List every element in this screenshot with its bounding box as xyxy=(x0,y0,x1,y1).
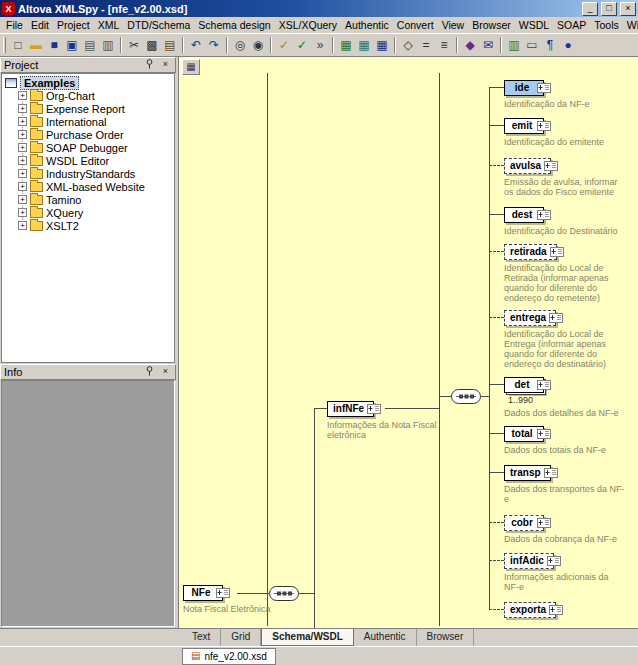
minimize-button[interactable]: _ xyxy=(582,2,598,16)
expand-icon[interactable]: + xyxy=(18,208,27,217)
close-panel-icon[interactable]: × xyxy=(159,59,172,71)
validate-icon[interactable]: ✓ xyxy=(293,36,311,54)
project-root-examples[interactable]: Examples xyxy=(2,76,174,89)
menu-file[interactable]: File xyxy=(2,18,27,32)
project-item-org-chart[interactable]: +Org-Chart xyxy=(2,89,174,102)
expand-icon[interactable]: + xyxy=(18,221,27,230)
menu-schema-design[interactable]: Schema design xyxy=(194,18,274,32)
menu-xsl-xquery[interactable]: XSL/XQuery xyxy=(275,18,341,32)
schema-element-NFe[interactable]: NFe Nota Fiscal Eletrônica xyxy=(183,585,333,614)
menu-wsdl[interactable]: WSDL xyxy=(515,18,553,32)
expand-icon[interactable] xyxy=(549,605,563,615)
pin-icon[interactable] xyxy=(143,59,156,71)
element-box[interactable]: total xyxy=(504,426,544,442)
toolbar-grip[interactable] xyxy=(3,37,6,53)
schema-element-infNFe[interactable]: infNFe Informações da Nota Fiscal eletrô… xyxy=(327,401,477,440)
menu-edit[interactable]: Edit xyxy=(27,18,53,32)
element-box[interactable]: NFe xyxy=(183,585,223,601)
print-icon[interactable]: ▤ xyxy=(81,36,99,54)
project-item-soap-debugger[interactable]: +SOAP Debugger xyxy=(2,141,174,154)
schema-element-cobr[interactable]: cobrDados da cobrança da NF-e xyxy=(504,515,638,544)
expand-icon[interactable] xyxy=(544,468,558,478)
expand-icon[interactable] xyxy=(537,210,551,220)
paste-icon[interactable]: ▤ xyxy=(161,36,179,54)
schema-element-ide[interactable]: ideIdentificação da NF-e xyxy=(504,80,638,109)
element-box[interactable]: det xyxy=(504,377,544,393)
expand-icon[interactable]: + xyxy=(18,91,27,100)
menu-soap[interactable]: SOAP xyxy=(553,18,590,32)
menu-authentic[interactable]: Authentic xyxy=(341,18,393,32)
grid-table-icon[interactable]: ▦ xyxy=(373,36,391,54)
element-box[interactable]: transp xyxy=(504,465,551,481)
xslt-transform-icon[interactable]: » xyxy=(311,36,329,54)
authentic-view-icon[interactable]: ¶ xyxy=(541,36,559,54)
new-file-icon[interactable]: □ xyxy=(9,36,27,54)
grid-insert-row-icon[interactable]: ▦ xyxy=(337,36,355,54)
find-icon[interactable]: ◎ xyxy=(231,36,249,54)
expand-icon[interactable] xyxy=(537,429,551,439)
expand-icon[interactable] xyxy=(550,247,564,257)
pin-icon[interactable] xyxy=(143,366,156,378)
project-item-expense-report[interactable]: +Expense Report xyxy=(2,102,174,115)
project-panel-header[interactable]: Project × xyxy=(0,57,176,73)
menu-xml[interactable]: XML xyxy=(94,18,124,32)
view-tab-schema-wsdl[interactable]: Schema/WSDL xyxy=(261,629,354,646)
schema-element-total[interactable]: totalDados dos totais da NF-e xyxy=(504,426,638,455)
element-box[interactable]: emit xyxy=(504,118,544,134)
expand-icon[interactable] xyxy=(549,313,563,323)
save-icon[interactable]: ■ xyxy=(45,36,63,54)
browser-view-icon[interactable]: ● xyxy=(559,36,577,54)
expand-icon[interactable] xyxy=(537,518,551,528)
schema-element-infAdic[interactable]: infAdicInformações adicionais da NF-e xyxy=(504,553,638,592)
menu-browser[interactable]: Browser xyxy=(468,18,515,32)
attribute-icon[interactable]: = xyxy=(417,36,435,54)
db-table-icon[interactable]: ▥ xyxy=(505,36,523,54)
project-item-wsdl-editor[interactable]: +WSDL Editor xyxy=(2,154,174,167)
schema-element-entrega[interactable]: entregaIdentificação do Local de Entrega… xyxy=(504,310,638,369)
project-item-xslt2[interactable]: +XSLT2 xyxy=(2,219,174,232)
project-item-international[interactable]: +International xyxy=(2,115,174,128)
schema-canvas[interactable]: ▦ NFe Nota Fiscal Eletrônica xyxy=(178,57,638,628)
element-box[interactable]: exporta xyxy=(504,602,556,618)
undo-icon[interactable]: ↶ xyxy=(187,36,205,54)
soap-icon[interactable]: ✉ xyxy=(479,36,497,54)
text-view-icon[interactable]: ≡ xyxy=(435,36,453,54)
expand-icon[interactable] xyxy=(537,380,551,390)
menu-window[interactable]: Window xyxy=(623,18,638,32)
expand-icon[interactable] xyxy=(216,588,230,598)
element-box[interactable]: retirada xyxy=(504,244,557,260)
close-panel-icon[interactable]: × xyxy=(159,366,172,378)
schema-element-exporta[interactable]: exporta xyxy=(504,602,638,618)
view-tab-grid[interactable]: Grid xyxy=(221,629,261,646)
menu-dtd-schema[interactable]: DTD/Schema xyxy=(123,18,194,32)
view-tab-authentic[interactable]: Authentic xyxy=(354,629,417,646)
schema-element-dest[interactable]: destIdentificação do Destinatário xyxy=(504,207,638,236)
expand-icon[interactable] xyxy=(537,83,551,93)
menu-tools[interactable]: Tools xyxy=(590,18,623,32)
project-item-xml-based-website[interactable]: +XML-based Website xyxy=(2,180,174,193)
expand-icon[interactable] xyxy=(367,404,381,414)
expand-icon[interactable] xyxy=(547,556,561,566)
schema-element-retirada[interactable]: retiradaIdentificação do Local de Retira… xyxy=(504,244,638,303)
cut-icon[interactable]: ✂ xyxy=(125,36,143,54)
schema-element-emit[interactable]: emitIdentificação do emitente xyxy=(504,118,638,147)
maximize-button[interactable]: □ xyxy=(601,2,617,16)
view-tab-browser[interactable]: Browser xyxy=(417,629,475,646)
expand-icon[interactable]: + xyxy=(18,195,27,204)
element-icon[interactable]: ◇ xyxy=(399,36,417,54)
project-item-purchase-order[interactable]: +Purchase Order xyxy=(2,128,174,141)
print-preview-icon[interactable]: ▥ xyxy=(99,36,117,54)
schema-element-det[interactable]: det1..990Dados dos detalhes da NF-e xyxy=(504,377,638,418)
expand-icon[interactable]: + xyxy=(18,104,27,113)
schema-view-icon[interactable]: ▭ xyxy=(523,36,541,54)
schema-settings-button[interactable]: ▦ xyxy=(182,59,200,75)
copy-icon[interactable]: ▩ xyxy=(143,36,161,54)
project-item-industrystandards[interactable]: +IndustryStandards xyxy=(2,167,174,180)
project-item-tamino[interactable]: +Tamino xyxy=(2,193,174,206)
schema-element-transp[interactable]: transpDados dos transportes da NF-e xyxy=(504,465,638,504)
redo-icon[interactable]: ↷ xyxy=(205,36,223,54)
element-box[interactable]: infNFe xyxy=(327,401,374,417)
element-box[interactable]: avulsa xyxy=(504,158,551,174)
view-tab-text[interactable]: Text xyxy=(182,629,221,646)
save-all-icon[interactable]: ▣ xyxy=(63,36,81,54)
